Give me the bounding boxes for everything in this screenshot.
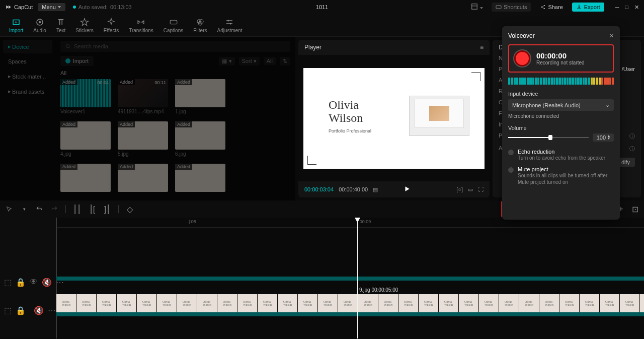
filter-all-button[interactable]: All bbox=[264, 57, 276, 65]
timeline-clip[interactable]: OliviaWilson bbox=[539, 294, 559, 312]
timeline-clip[interactable]: OliviaWilson bbox=[439, 294, 459, 312]
input-device-select[interactable]: Microphone (Realtek Audio) ⌄ bbox=[508, 99, 614, 111]
tab-audio[interactable]: Audio bbox=[28, 16, 51, 35]
pointer-dropdown[interactable]: ▾ bbox=[20, 205, 28, 213]
timeline-clip[interactable]: OliviaWilson bbox=[56, 294, 76, 312]
timeline-clip[interactable]: OliviaWilson bbox=[137, 294, 157, 312]
split-button[interactable]: ⎮⎮ bbox=[73, 205, 81, 213]
timeline-clip[interactable]: OliviaWilson bbox=[97, 294, 117, 312]
sidebar-item-spaces[interactable]: Spaces bbox=[3, 55, 52, 68]
checkbox-icon[interactable] bbox=[508, 167, 514, 173]
track-mute-icon[interactable]: 🔇 bbox=[42, 278, 52, 287]
export-button[interactable]: Export bbox=[572, 3, 604, 12]
sidebar-item-stock[interactable]: ▸Stock mater... bbox=[3, 70, 52, 83]
timeline-clip[interactable]: OliviaWilson bbox=[378, 294, 398, 312]
audio-track[interactable] bbox=[56, 324, 644, 338]
playhead[interactable] bbox=[357, 218, 358, 338]
timeline-clip[interactable]: OliviaWilson bbox=[419, 294, 439, 312]
track-mute-icon[interactable]: 🔇 bbox=[34, 306, 44, 315]
sidebar-item-device[interactable]: ▸Device bbox=[3, 40, 52, 53]
minimize-button[interactable]: ─ bbox=[615, 4, 619, 11]
track-lock-icon[interactable]: ⬚ bbox=[4, 278, 12, 287]
checkbox-icon[interactable] bbox=[508, 150, 514, 155]
proxy-info-icon[interactable]: ⓘ bbox=[629, 132, 635, 140]
media-item[interactable]: Added bbox=[175, 164, 225, 193]
close-button[interactable]: ✕ bbox=[634, 4, 639, 11]
mute-project-option[interactable]: Mute project Sounds in all clips will be… bbox=[508, 166, 614, 185]
player-menu-button[interactable]: ≡ bbox=[480, 44, 484, 51]
timeline-clip[interactable]: OliviaWilson bbox=[117, 294, 137, 312]
fullscreen-button[interactable]: ⛶ bbox=[478, 186, 484, 193]
split-left-button[interactable]: ⎮[ bbox=[88, 205, 96, 213]
menu-button[interactable]: Menu bbox=[38, 3, 65, 11]
timeline[interactable]: |:08 |:00:09 ⬚ 🔒 👁 🔇 ⋯ ⬚ 🔒 🔇 ⋯ 9.jpg 00:… bbox=[0, 218, 644, 338]
tab-adjustment[interactable]: Adjustment bbox=[212, 16, 247, 35]
media-item[interactable]: Added 00:04 Voiceover1 bbox=[60, 79, 111, 114]
filter-button[interactable]: ⇅ bbox=[280, 57, 290, 65]
timeline-clip[interactable]: OliviaWilson bbox=[640, 294, 644, 312]
timeline-clip[interactable]: OliviaWilson bbox=[459, 294, 479, 312]
list-view-button[interactable]: ▤ bbox=[373, 186, 378, 193]
play-button[interactable] bbox=[404, 185, 411, 193]
layout-button[interactable] bbox=[468, 2, 487, 13]
echo-reduction-option[interactable]: Echo reduction Turn on to avoid echo fro… bbox=[508, 149, 614, 161]
media-item[interactable]: Added 4.jpg bbox=[60, 121, 111, 157]
timeline-clip[interactable]: OliviaWilson bbox=[499, 294, 519, 312]
tab-stickers[interactable]: Stickers bbox=[70, 16, 99, 35]
track-padlock-icon[interactable]: 🔒 bbox=[16, 278, 26, 287]
timeline-clip[interactable]: OliviaWilson bbox=[479, 294, 499, 312]
voiceover-close-button[interactable]: ✕ bbox=[609, 33, 614, 39]
timeline-clip[interactable]: OliviaWilson bbox=[278, 294, 298, 312]
track-lock-icon[interactable]: ⬚ bbox=[4, 306, 12, 315]
track-more-icon[interactable]: ⋯ bbox=[48, 306, 56, 315]
media-item[interactable]: Added 00:11 4911931-...4fps.mp4 bbox=[118, 79, 168, 114]
timeline-clip[interactable]: OliviaWilson bbox=[580, 294, 600, 312]
timeline-clip[interactable]: OliviaWilson bbox=[358, 294, 378, 312]
timeline-clip[interactable]: OliviaWilson bbox=[197, 294, 217, 312]
search-input[interactable]: Search media bbox=[60, 41, 290, 52]
track-eye-icon[interactable]: 👁 bbox=[30, 278, 38, 287]
share-button[interactable]: Share bbox=[536, 3, 567, 12]
arrange-info-icon[interactable]: ⓘ bbox=[629, 145, 635, 153]
media-item[interactable]: Added bbox=[60, 164, 111, 193]
undo-button[interactable] bbox=[35, 205, 43, 213]
fit-button[interactable]: ⊡ bbox=[631, 205, 639, 213]
media-item[interactable]: Added 1.jpg bbox=[175, 79, 225, 114]
track-padlock-icon[interactable]: 🔒 bbox=[16, 306, 26, 315]
marker-button[interactable]: ◇ bbox=[126, 205, 134, 213]
media-item[interactable]: Added bbox=[118, 164, 168, 193]
media-item[interactable]: Added 6.jpg bbox=[175, 121, 225, 157]
sidebar-item-brand[interactable]: ▸Brand assets bbox=[3, 85, 52, 98]
volume-value[interactable]: 100 ▴▾ bbox=[593, 133, 614, 142]
import-button[interactable]: Import bbox=[60, 56, 94, 66]
pointer-tool[interactable] bbox=[5, 205, 13, 213]
player-view[interactable]: OliviaWilson Portfolio Professional bbox=[298, 55, 490, 181]
volume-slider[interactable] bbox=[508, 137, 589, 138]
split-right-button[interactable]: ]⎮ bbox=[103, 205, 111, 213]
ratio-button[interactable]: [○] bbox=[456, 186, 463, 193]
frame-button[interactable]: ▭ bbox=[468, 186, 473, 193]
tab-import[interactable]: Import bbox=[4, 16, 28, 35]
tab-transitions[interactable]: Transitions bbox=[124, 16, 158, 35]
timeline-clip[interactable]: OliviaWilson bbox=[620, 294, 640, 312]
timeline-clip[interactable]: OliviaWilson bbox=[217, 294, 237, 312]
maximize-button[interactable]: □ bbox=[625, 4, 628, 11]
tab-effects[interactable]: Effects bbox=[99, 16, 124, 35]
view-grid-button[interactable]: ▦ ▾ bbox=[219, 57, 234, 65]
tab-text[interactable]: Text bbox=[51, 16, 70, 35]
record-button[interactable] bbox=[513, 49, 531, 67]
timeline-clip[interactable]: OliviaWilson bbox=[76, 294, 97, 312]
timeline-clip[interactable]: OliviaWilson bbox=[600, 294, 620, 312]
tab-captions[interactable]: Captions bbox=[158, 16, 188, 35]
timeline-clip[interactable]: OliviaWilson bbox=[177, 294, 197, 312]
timeline-clip[interactable]: OliviaWilson bbox=[237, 294, 258, 312]
tab-filters[interactable]: Filters bbox=[188, 16, 212, 35]
redo-button[interactable] bbox=[50, 205, 58, 213]
sort-button[interactable]: Sort ▾ bbox=[239, 57, 260, 65]
timeline-clip[interactable]: OliviaWilson bbox=[298, 294, 318, 312]
shortcuts-button[interactable]: Shortcuts bbox=[492, 3, 531, 12]
timeline-clip[interactable]: OliviaWilson bbox=[519, 294, 539, 312]
media-item[interactable]: Added 5.jpg bbox=[118, 121, 168, 157]
timeline-clip[interactable]: OliviaWilson bbox=[318, 294, 338, 312]
timeline-clip[interactable]: OliviaWilson bbox=[559, 294, 580, 312]
